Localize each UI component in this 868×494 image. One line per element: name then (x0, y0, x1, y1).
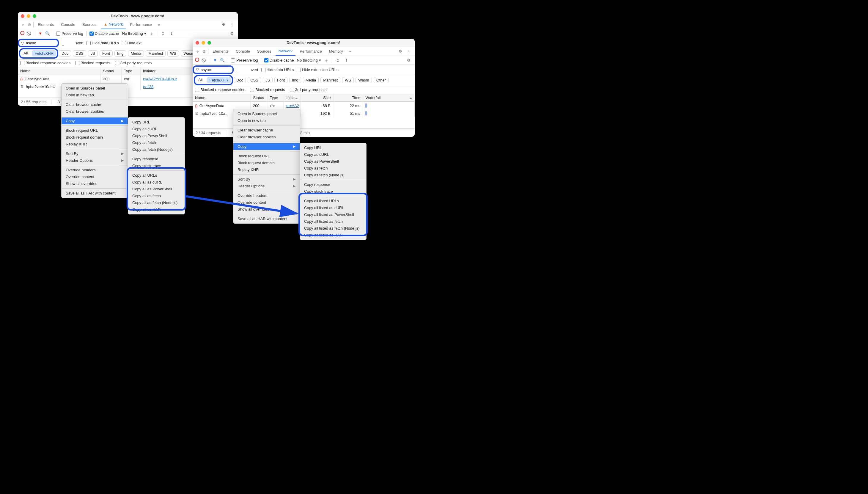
copy-powershell[interactable]: Copy as PowerShell (300, 158, 366, 165)
copy-stack[interactable]: Copy stack trace (128, 163, 188, 169)
gear-icon[interactable]: ⚙ (220, 22, 227, 27)
preserve-log-checkbox[interactable]: Preserve log (56, 31, 83, 36)
filter-toggle-icon[interactable]: ▼ (38, 31, 42, 36)
zoom-icon[interactable] (208, 41, 211, 44)
pill-other[interactable]: Other (374, 77, 389, 83)
tab-sources[interactable]: Sources (79, 20, 100, 29)
kebab-icon[interactable]: ⋮ (405, 49, 412, 54)
tab-sources[interactable]: Sources (254, 47, 274, 56)
close-icon[interactable] (196, 41, 199, 44)
download-icon[interactable]: ↧ (169, 31, 175, 36)
pill-all[interactable]: All (21, 50, 30, 57)
copy-all-ps[interactable]: Copy all as PowerShell (128, 186, 188, 192)
table-row[interactable]: {}GetAsyncData 200 xhr rs=AA2 68 B 22 ms (193, 102, 415, 110)
menu-open-sources[interactable]: Open in Sources panel (233, 110, 300, 117)
upload-icon[interactable]: ↥ (160, 31, 166, 36)
pill-manifest[interactable]: Manifest (320, 77, 340, 83)
search-icon[interactable]: 🔍 (220, 58, 225, 62)
pill-img[interactable]: Img (289, 77, 301, 83)
pill-media[interactable]: Media (303, 77, 319, 83)
inspect-icon[interactable]: ⟐ (20, 22, 25, 27)
copy-response[interactable]: Copy response (300, 181, 366, 188)
copy-all-listed-curl[interactable]: Copy all listed as cURL (300, 204, 366, 211)
initiator-link[interactable]: ts:138 (143, 84, 153, 89)
more-tabs-icon[interactable]: » (156, 22, 162, 27)
filter-input[interactable] (26, 41, 76, 45)
record-button[interactable] (20, 31, 24, 36)
copy-url[interactable]: Copy URL (128, 119, 188, 126)
copy-all-listed-urls[interactable]: Copy all listed URLs (300, 197, 366, 204)
hide-data-urls-checkbox[interactable]: Hide data URLs (261, 68, 294, 72)
tab-network[interactable]: Network (276, 47, 296, 56)
col-time[interactable]: Time (334, 94, 363, 101)
pill-js[interactable]: JS (263, 77, 273, 83)
third-party-checkbox[interactable]: 3rd-party requests (290, 88, 327, 92)
copy-all-listed-har[interactable]: Copy all listed as HAR (300, 232, 366, 239)
copy-all-listed-ps[interactable]: Copy all listed as PowerShell (300, 211, 366, 218)
disable-cache-checkbox[interactable]: Disable cache (90, 31, 119, 36)
tab-memory[interactable]: Memory (326, 47, 346, 56)
menu-open-tab[interactable]: Open in new tab (233, 117, 300, 124)
more-tabs-icon[interactable]: » (347, 49, 353, 54)
initiator-link[interactable]: rs=AA2 (286, 103, 299, 108)
copy-all-har[interactable]: Copy all as HAR (128, 206, 188, 213)
device-icon[interactable]: ⎚ (201, 49, 207, 54)
device-icon[interactable]: ⎚ (27, 22, 32, 27)
copy-fetch-node[interactable]: Copy as fetch (Node.js) (300, 172, 366, 178)
menu-block-domain[interactable]: Block request domain (233, 159, 300, 166)
menu-clear-cookies[interactable]: Clear browser cookies (233, 134, 300, 140)
copy-url[interactable]: Copy URL (300, 144, 366, 151)
gear-icon[interactable]: ⚙ (397, 49, 404, 54)
tab-console[interactable]: Console (58, 20, 78, 29)
minimize-icon[interactable] (201, 41, 205, 44)
menu-block-domain[interactable]: Block request domain (61, 134, 128, 141)
copy-all-listed-fetch[interactable]: Copy all listed as fetch (300, 218, 366, 225)
blocked-requests-checkbox[interactable]: Blocked requests (75, 61, 110, 65)
menu-show-overrides[interactable]: Show all overrides (61, 180, 128, 187)
col-size[interactable]: Size (301, 94, 334, 101)
copy-all-listed-fetch-node[interactable]: Copy all listed as fetch (Node.js) (300, 225, 366, 232)
copy-fetch[interactable]: Copy as fetch (300, 165, 366, 172)
pill-font[interactable]: Font (100, 50, 113, 57)
zoom-icon[interactable] (33, 14, 36, 18)
pill-img[interactable]: Img (115, 50, 126, 57)
pill-js[interactable]: JS (88, 50, 98, 57)
panel-gear-icon[interactable]: ⚙ (228, 31, 235, 36)
copy-stack[interactable]: Copy stack trace (300, 188, 366, 195)
pill-css[interactable]: CSS (73, 50, 86, 57)
throttling-select[interactable]: No throttling▾ (122, 31, 146, 36)
col-type[interactable]: Type (122, 67, 141, 75)
tab-performance[interactable]: Performance (297, 47, 324, 56)
menu-block-url[interactable]: Block request URL (61, 127, 128, 134)
hide-data-urls-checkbox[interactable]: Hide data URLs (86, 41, 119, 45)
menu-override-headers[interactable]: Override headers (61, 167, 128, 173)
inspect-icon[interactable]: ⟐ (195, 49, 200, 54)
close-icon[interactable] (21, 14, 24, 18)
menu-copy[interactable]: Copy▶ (61, 117, 128, 124)
blocked-response-checkbox[interactable]: Blocked response cookies (195, 88, 245, 92)
tab-elements[interactable]: Elements (35, 20, 57, 29)
tab-network[interactable]: ▲Network (101, 20, 126, 29)
col-status[interactable]: Status (251, 94, 268, 101)
clear-icon[interactable]: ⃠ (27, 31, 32, 36)
tab-console[interactable]: Console (233, 47, 253, 56)
record-button[interactable] (195, 58, 199, 63)
pill-doc[interactable]: Doc (59, 50, 71, 57)
copy-fetch[interactable]: Copy as fetch (128, 139, 188, 146)
tab-elements[interactable]: Elements (210, 47, 232, 56)
menu-block-url[interactable]: Block request URL (233, 153, 300, 159)
pill-font[interactable]: Font (274, 77, 288, 83)
col-type[interactable]: Type (268, 94, 284, 101)
kebab-icon[interactable]: ⋮ (228, 22, 235, 27)
wifi-icon[interactable]: ⏚ (324, 58, 329, 62)
copy-response[interactable]: Copy response (128, 155, 188, 163)
minimize-icon[interactable] (27, 14, 30, 18)
search-icon[interactable]: 🔍 (45, 31, 50, 36)
blocked-response-checkbox[interactable]: Blocked response cookies (20, 61, 71, 65)
menu-open-tab[interactable]: Open in new tab (61, 92, 128, 98)
throttling-select[interactable]: No throttling▾ (297, 58, 321, 62)
copy-curl[interactable]: Copy as cURL (128, 126, 188, 132)
upload-icon[interactable]: ↥ (335, 58, 341, 62)
menu-replay-xhr[interactable]: Replay XHR (61, 141, 128, 148)
pill-wasm[interactable]: Wasm (356, 77, 372, 83)
